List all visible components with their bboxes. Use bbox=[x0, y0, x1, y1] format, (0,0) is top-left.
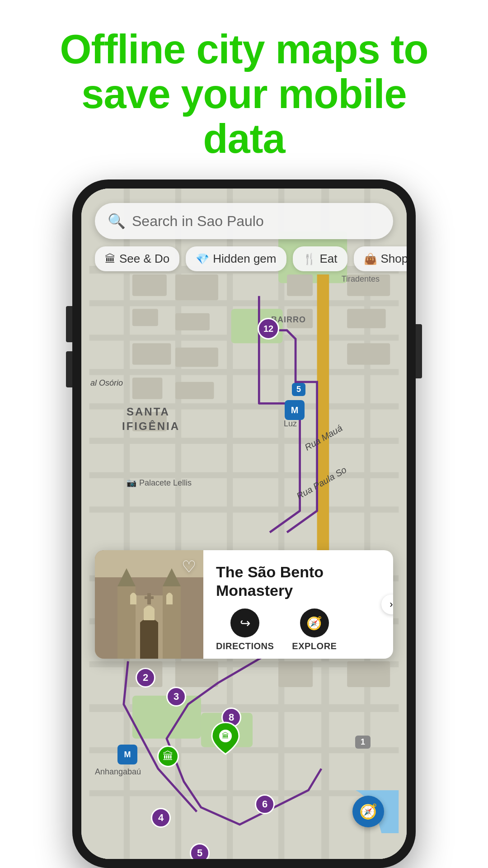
poi-label-palacete: 📷Palacete Lellis bbox=[127, 478, 192, 488]
area-label-anhangabaú: Anhangabaú bbox=[95, 767, 141, 777]
power-button[interactable] bbox=[416, 324, 422, 378]
svg-text:🏛: 🏛 bbox=[222, 732, 229, 740]
phone-frame: SANTA IFIGÊNIA Rua Mauá Rua Paula So al … bbox=[72, 179, 416, 868]
explore-label: EXPLORE bbox=[292, 641, 337, 651]
svg-rect-35 bbox=[287, 274, 313, 296]
svg-rect-17 bbox=[227, 189, 233, 859]
card-actions-row: ↪ DIRECTIONS 🧭 EXPLORE bbox=[216, 609, 380, 651]
green-poi-pin: 🏛 bbox=[210, 720, 241, 758]
directions-icon-circle: ↪ bbox=[230, 609, 259, 637]
svg-rect-18 bbox=[278, 189, 284, 859]
metro-icon-luz: M bbox=[285, 400, 305, 420]
svg-rect-7 bbox=[89, 472, 399, 478]
museum-icon: 🏛 bbox=[157, 745, 179, 767]
area-label-tiradentes: Tiradentes bbox=[342, 274, 380, 284]
svg-rect-39 bbox=[347, 343, 390, 365]
svg-rect-60 bbox=[145, 596, 154, 599]
svg-rect-27 bbox=[175, 274, 218, 300]
svg-rect-14 bbox=[89, 790, 399, 796]
directions-label: DIRECTIONS bbox=[216, 641, 274, 651]
directions-action[interactable]: ↪ DIRECTIONS bbox=[216, 609, 274, 651]
card-title: The São Bento Monastery bbox=[216, 563, 380, 600]
info-card[interactable]: ♡ The São Bento Monastery ↪ DIRECTIONS 🧭… bbox=[95, 550, 393, 659]
compass-button[interactable]: 🧭 bbox=[352, 796, 384, 827]
svg-rect-23 bbox=[132, 696, 201, 739]
svg-rect-2 bbox=[89, 300, 399, 306]
svg-rect-26 bbox=[132, 274, 167, 296]
chip-eat[interactable]: 🍴 Eat bbox=[293, 246, 347, 271]
svg-rect-8 bbox=[89, 506, 399, 512]
explore-icon-circle: 🧭 bbox=[300, 609, 329, 637]
search-icon: 🔍 bbox=[108, 213, 125, 229]
marker-2: 2 bbox=[136, 668, 155, 688]
card-image: ♡ bbox=[95, 550, 203, 659]
svg-rect-29 bbox=[175, 313, 210, 330]
phone-screen: SANTA IFIGÊNIA Rua Mauá Rua Paula So al … bbox=[81, 189, 407, 859]
map-area[interactable]: SANTA IFIGÊNIA Rua Mauá Rua Paula So al … bbox=[81, 189, 407, 859]
svg-rect-4 bbox=[89, 369, 399, 375]
marker-3: 3 bbox=[166, 687, 186, 707]
volume-down-button[interactable] bbox=[66, 351, 72, 387]
svg-rect-32 bbox=[132, 377, 163, 399]
heart-button[interactable]: ♡ bbox=[182, 557, 196, 576]
marker-12: 12 bbox=[258, 318, 279, 340]
area-label-ifigenia: IFIGÊNIA bbox=[122, 420, 180, 433]
explore-action[interactable]: 🧭 EXPLORE bbox=[292, 609, 337, 651]
svg-rect-25 bbox=[317, 274, 329, 575]
search-placeholder: Search in Sao Paulo bbox=[132, 213, 264, 230]
chip-hidden-gem[interactable]: 💎 Hidden gem bbox=[186, 246, 286, 271]
filter-chips-container: 🏛 See & Do 💎 Hidden gem 🍴 Eat 👜 Shop bbox=[90, 246, 407, 271]
transit-badge-1: 1 bbox=[355, 736, 371, 749]
chip-shop[interactable]: 👜 Shop bbox=[354, 246, 407, 271]
road-label-osorio: al Osório bbox=[90, 378, 123, 388]
svg-rect-47 bbox=[175, 661, 218, 687]
metro-icon-anhangabau: M bbox=[117, 745, 137, 764]
marker-6: 6 bbox=[255, 794, 275, 814]
search-bar[interactable]: 🔍 Search in Sao Paulo bbox=[95, 203, 393, 239]
transit-badge-5: 5 bbox=[292, 383, 305, 396]
headline: Offline city maps to save your mobile da… bbox=[0, 0, 488, 179]
svg-rect-48 bbox=[278, 661, 313, 687]
svg-rect-31 bbox=[175, 348, 218, 367]
marker-4: 4 bbox=[151, 808, 171, 828]
svg-rect-6 bbox=[89, 438, 399, 443]
card-content: The São Bento Monastery ↪ DIRECTIONS 🧭 E… bbox=[203, 550, 393, 659]
chip-see-do[interactable]: 🏛 See & Do bbox=[95, 246, 179, 271]
svg-rect-49 bbox=[347, 661, 390, 687]
svg-rect-28 bbox=[132, 309, 158, 326]
svg-rect-33 bbox=[175, 382, 214, 399]
area-label-luz: Luz bbox=[284, 419, 297, 429]
headline-line1: Offline city maps to bbox=[60, 27, 428, 72]
volume-up-button[interactable] bbox=[66, 306, 72, 342]
area-label-santa: SANTA bbox=[127, 406, 170, 418]
svg-rect-38 bbox=[347, 309, 386, 328]
headline-line2: save your mobile data bbox=[81, 71, 406, 161]
svg-rect-30 bbox=[132, 343, 171, 365]
